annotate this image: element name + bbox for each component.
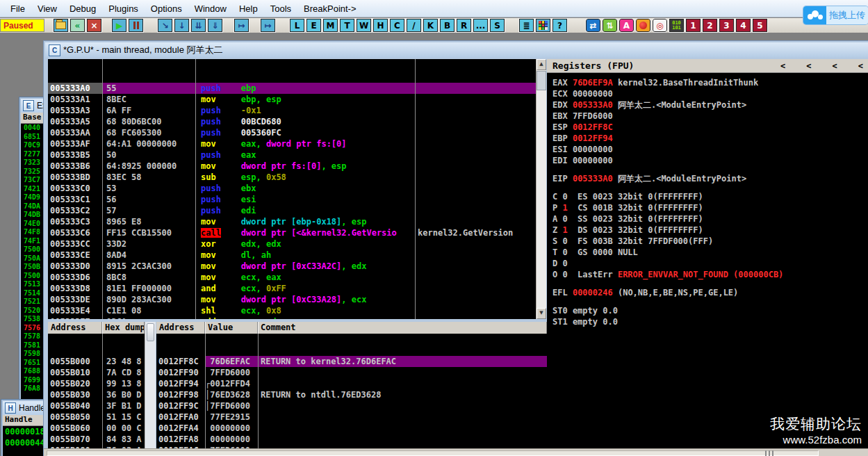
stack-row[interactable]: 0012FF90 7FFD6000 <box>156 367 547 378</box>
dump-row[interactable]: 0055B06000 00 C <box>48 423 145 434</box>
disasm-row[interactable]: 005333B664:8925 000000mov dword ptr fs:[… <box>48 161 536 172</box>
register-line[interactable]: ST1 empty 0.0 <box>552 316 868 327</box>
disasm-row[interactable]: 005333BD83EC 58sub esp, 0x58 <box>48 172 536 183</box>
column-divider[interactable] <box>195 59 196 319</box>
scroll-up-icon[interactable]: ▲ <box>537 59 546 70</box>
collapse-pane-arrow[interactable]: < <box>858 61 863 71</box>
run-trace-button[interactable]: ... <box>473 19 488 32</box>
menu-item-window[interactable]: Window <box>188 1 233 16</box>
disasm-row[interactable]: 005333C053push ebx <box>48 183 536 194</box>
menu-item-tools[interactable]: Tools <box>264 1 297 16</box>
dump-row[interactable]: 0055B05051 15 C <box>48 412 145 423</box>
updown-arrows-icon[interactable]: ⇅ <box>603 19 617 32</box>
register-line[interactable]: A 0 SS 0023 32bit 0(FFFFFFFF) <box>552 213 868 225</box>
horizontal-scrollbar[interactable] <box>44 448 868 456</box>
disasm-row[interactable]: 005333CE8AD4mov dl, ah <box>48 250 536 261</box>
disasm-row[interactable]: 005333C156push esi <box>48 194 536 205</box>
register-line[interactable]: S 0 FS 003B 32bit 7FFDF000(FFF) <box>552 236 868 247</box>
dump-row[interactable]: 0055B0403F B1 D <box>48 400 145 412</box>
register-line[interactable]: O 0 LastErr ERROR_ENVVAR_NOT_FOUND (0000… <box>552 269 868 280</box>
cpu-button[interactable]: C <box>390 19 404 32</box>
handles-button[interactable]: H <box>373 19 388 32</box>
register-line[interactable]: ESI 00000000 <box>552 144 868 155</box>
disasm-row[interactable]: 005333A36A FFpush -0x1 <box>48 105 536 116</box>
register-line[interactable]: ECX 00000000 <box>552 88 868 99</box>
stack-row[interactable]: 0012FF8C 76D6EFACRETURN to kernel32.76D6… <box>156 356 547 367</box>
scroll-thumb[interactable] <box>537 71 546 90</box>
register-line[interactable]: EDI 00000000 <box>552 155 868 166</box>
register-line[interactable]: C 0 ES 0023 32bit 0(FFFFFFFF) <box>552 191 868 202</box>
stack-row[interactable]: 0012FFA0 77FE2915 <box>156 412 547 423</box>
disasm-scrollbar[interactable]: ▲ ▼ <box>536 59 546 319</box>
breakpoints-button[interactable]: B <box>440 19 455 32</box>
stack-row[interactable]: 0012FF98│76ED3628RETURN to ntdll.76ED362… <box>156 389 547 400</box>
dump-scrollbar[interactable] <box>145 322 156 448</box>
patches-button[interactable]: / <box>407 19 421 32</box>
stack-row[interactable]: 0012FF9C│7FFD6000 <box>156 400 547 412</box>
menu-item-options[interactable]: Options <box>145 1 188 16</box>
register-line[interactable]: EFL 00000246 (NO,NB,E,BE,NS,PE,GE,LE) <box>552 287 868 298</box>
column-divider[interactable] <box>102 334 103 448</box>
scroll-grip-icon[interactable] <box>765 450 775 456</box>
dump-row[interactable]: 0055B07084 83 A <box>48 434 145 445</box>
upload-badge[interactable]: 拖拽上传 <box>803 6 868 24</box>
step-into-icon[interactable]: ↘ <box>158 19 172 32</box>
register-line[interactable]: ST0 empty 0.0 <box>552 305 868 316</box>
disasm-row[interactable]: 005333E4C1E1 08shl ecx, 0x8 <box>48 305 536 316</box>
disasm-row[interactable]: 005333A568 80D6BC00push 00BCD680 <box>48 116 536 127</box>
column-divider[interactable] <box>102 59 103 319</box>
menu-item-plugins[interactable]: Plugins <box>102 1 145 16</box>
disasm-row[interactable]: 005333D08915 2C3AC300mov dword ptr [0xC3… <box>48 261 536 272</box>
log-window-button[interactable]: L <box>290 19 304 32</box>
log-list-icon[interactable]: ≣ <box>519 19 534 32</box>
breakpoint-2-button[interactable]: 2 <box>703 19 717 32</box>
disasm-row[interactable]: 005333D881E1 FF000000and ecx, 0xFF <box>48 283 536 294</box>
source-button[interactable]: S <box>490 19 505 32</box>
register-line[interactable]: P 1 CS 001B 32bit 0(FFFFFFFF) <box>552 202 868 213</box>
breakpoint-4-button[interactable]: 4 <box>736 19 751 32</box>
disasm-row[interactable]: 005333C38965 E8mov dword ptr [ebp-0x18],… <box>48 216 536 227</box>
register-line[interactable]: EBP 0012FF94 <box>552 133 868 144</box>
menu-item-debug[interactable]: Debug <box>63 1 102 16</box>
disasm-row[interactable]: 005333DE890D 283AC300mov dword ptr [0xC3… <box>48 294 536 305</box>
breakpoint-5-button[interactable]: 5 <box>753 19 767 32</box>
menu-item-help[interactable]: Help <box>233 1 264 16</box>
appearance-icon[interactable] <box>536 19 550 32</box>
disasm-row[interactable]: 005333CC33D2xor edx, edx <box>48 238 536 250</box>
restart-icon[interactable]: « <box>70 19 85 32</box>
animate-over-icon[interactable]: ⇓ <box>208 19 222 32</box>
dump-row[interactable]: 0055B00023 48 8 <box>48 356 145 367</box>
stack-row[interactable]: 0012FFA4 00000000 <box>156 423 547 434</box>
windows-button[interactable]: W <box>357 19 371 32</box>
threads-button[interactable]: T <box>340 19 354 32</box>
call-stack-button[interactable]: K <box>423 19 438 32</box>
scroll-down-icon[interactable]: ▼ <box>537 308 546 319</box>
swap-arrows-icon[interactable]: ⇄ <box>586 19 600 32</box>
cpu-window-titlebar[interactable]: C *G.P.U* - main thread, module 阿羊太二 <box>45 42 868 58</box>
dump-row[interactable]: 0055B02099 13 8 <box>48 378 145 389</box>
column-divider[interactable] <box>258 334 259 448</box>
disasm-row[interactable]: 005333C6FF15 CCB15500call dword ptr [<&k… <box>48 227 536 238</box>
disasm-row[interactable]: 005333B550push eax <box>48 149 536 161</box>
disasm-row[interactable]: 005333A18BECmov ebp, esp <box>48 94 536 105</box>
binary-icon[interactable]: 010101 <box>669 19 684 32</box>
open-file-icon[interactable] <box>54 19 68 32</box>
menu-item-view[interactable]: View <box>31 1 63 16</box>
close-icon[interactable]: × <box>87 19 101 32</box>
disasm-row[interactable]: 005333A055push ebp <box>48 83 536 94</box>
column-divider[interactable] <box>205 334 206 448</box>
stack-row[interactable]: 0012FFA8 00000000 <box>156 434 547 445</box>
target-icon[interactable]: ◎ <box>653 19 667 32</box>
a-button-icon[interactable]: A <box>619 19 634 32</box>
stack-row[interactable]: 0012FF94┌0012FFD4 <box>156 378 547 389</box>
collapse-pane-arrow[interactable]: < <box>806 61 811 71</box>
register-line[interactable]: EDX 005333A0 阿羊太二.<ModuleEntryPoint> <box>552 99 868 111</box>
collapse-pane-arrow[interactable]: < <box>833 61 837 71</box>
scroll-thumb[interactable] <box>147 323 154 341</box>
register-line[interactable]: D 0 <box>552 258 868 269</box>
executables-button[interactable]: E <box>306 19 321 32</box>
disasm-row[interactable]: 005333D68BC8mov ecx, eax <box>48 272 536 283</box>
register-line[interactable]: EIP 005333A0 阿羊太二.<ModuleEntryPoint> <box>552 173 868 184</box>
breakpoint-1-button[interactable]: 1 <box>686 19 701 32</box>
record-icon[interactable] <box>636 19 650 32</box>
